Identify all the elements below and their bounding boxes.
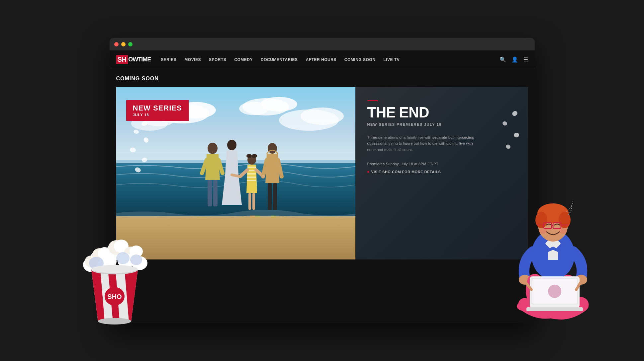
badge-date: JULY 18 — [133, 113, 182, 117]
svg-point-37 — [141, 157, 147, 163]
svg-point-17 — [227, 140, 236, 150]
person-laptop-illustration — [502, 182, 601, 341]
svg-rect-87 — [526, 307, 583, 311]
svg-rect-26 — [248, 193, 251, 210]
svg-point-34 — [133, 129, 139, 134]
show-description: Three generations of a family live with … — [367, 134, 480, 153]
nav-documentaries[interactable]: DOCUMENTARIES — [261, 57, 298, 62]
logo[interactable]: SH OWTIME — [116, 55, 151, 64]
logo-icon: SH — [116, 55, 128, 64]
show-title-accent — [367, 100, 378, 101]
section-title: COMING SOON — [116, 76, 528, 82]
svg-rect-15 — [208, 180, 212, 206]
svg-point-14 — [208, 143, 218, 154]
svg-point-20 — [252, 154, 257, 158]
nav-movies[interactable]: MOVIES — [184, 57, 201, 62]
svg-point-58 — [116, 252, 130, 264]
svg-point-28 — [268, 143, 277, 154]
svg-point-36 — [129, 147, 136, 153]
svg-rect-21 — [247, 167, 256, 168]
mac-window: SH OWTIME SERIES MOVIES SPORTS COMEDY DO… — [110, 38, 535, 323]
svg-line-31 — [232, 175, 240, 177]
close-button[interactable] — [114, 42, 119, 46]
show-subtitle: NEW SERIES PREMIERES JULY 18 — [367, 122, 516, 126]
user-icon[interactable]: 👤 — [511, 56, 518, 63]
nav-comedy[interactable]: COMEDY — [234, 57, 253, 62]
info-content: THE END NEW SERIES PREMIERES JULY 18 Thr… — [367, 100, 516, 174]
svg-text:SHO: SHO — [107, 293, 122, 300]
svg-rect-25 — [247, 180, 256, 181]
show-title: THE END — [367, 105, 516, 120]
svg-rect-30 — [273, 183, 277, 210]
svg-point-86 — [548, 285, 561, 298]
svg-point-59 — [130, 254, 142, 265]
nav-series[interactable]: SERIES — [161, 57, 176, 62]
svg-point-8 — [301, 108, 344, 125]
maximize-button[interactable] — [128, 42, 133, 46]
svg-point-77 — [539, 228, 547, 234]
navigation: SH OWTIME SERIES MOVIES SPORTS COMEDY DO… — [110, 50, 535, 69]
page-content: COMING SOON — [110, 69, 535, 266]
svg-point-61 — [91, 265, 138, 273]
premiere-info: Premieres Sunday, July 18 at 8PM ET/PT — [367, 162, 516, 166]
svg-point-6 — [239, 102, 269, 115]
menu-icon[interactable]: ☰ — [523, 56, 528, 63]
svg-point-78 — [559, 228, 567, 234]
svg-rect-24 — [247, 177, 256, 178]
logo-text: OWTIME — [128, 56, 151, 63]
minimize-button[interactable] — [121, 42, 126, 46]
nav-right: 🔍 👤 ☰ — [500, 56, 528, 63]
svg-point-35 — [142, 137, 149, 144]
svg-rect-16 — [213, 180, 218, 206]
nav-links: SERIES MOVIES SPORTS COMEDY DOCUMENTARIE… — [161, 57, 499, 62]
popcorn-piece-1 — [126, 113, 153, 181]
svg-rect-29 — [268, 183, 272, 210]
nav-after-hours[interactable]: AFTER HOURS — [306, 57, 336, 62]
badge-title: NEW SERIES — [133, 104, 182, 112]
svg-point-19 — [246, 154, 252, 158]
visit-link[interactable]: VISIT SHO.COM FOR MORE DETAILS — [367, 170, 516, 174]
nav-live-tv[interactable]: LIVE TV — [383, 57, 400, 62]
svg-point-64 — [98, 318, 131, 325]
browser-content: SH OWTIME SERIES MOVIES SPORTS COMEDY DO… — [110, 50, 535, 323]
nav-coming-soon[interactable]: COMING SOON — [344, 57, 376, 62]
nav-sports[interactable]: SPORTS — [209, 57, 226, 62]
svg-point-70 — [535, 212, 547, 228]
mac-titlebar — [110, 38, 535, 50]
popcorn-illustration: SHO — [73, 218, 156, 334]
search-icon[interactable]: 🔍 — [500, 56, 506, 63]
visit-link-text: VISIT SHO.COM FOR MORE DETAILS — [371, 170, 441, 174]
new-series-badge: NEW SERIES JULY 18 — [126, 100, 189, 121]
svg-rect-27 — [252, 193, 255, 210]
svg-rect-23 — [247, 173, 256, 175]
svg-point-38 — [134, 167, 141, 173]
svg-point-33 — [141, 120, 148, 126]
hero: NEW SERIES JULY 18 — [116, 87, 528, 259]
visit-link-dot — [367, 171, 369, 173]
